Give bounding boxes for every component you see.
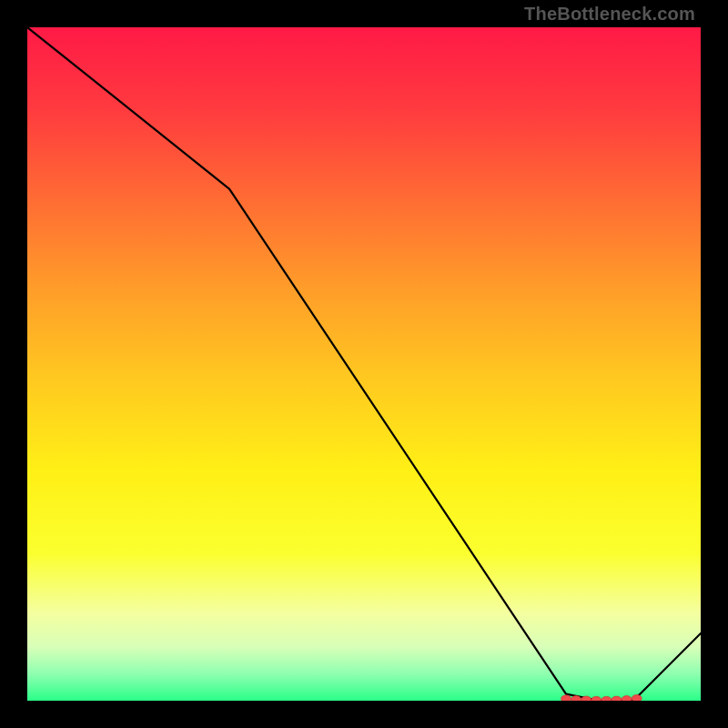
watermark-text: TheBottleneck.com — [524, 4, 695, 25]
plot-area — [27, 27, 701, 701]
